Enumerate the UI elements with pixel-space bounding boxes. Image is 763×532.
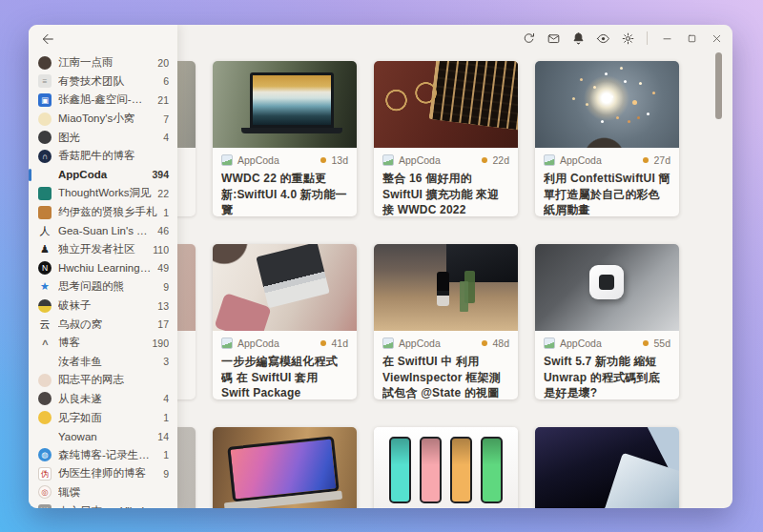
article-card[interactable]: AppCoda 22d 整合 16 個好用的 SwiftUI 擴充功能 來迎接 … [374, 61, 518, 216]
feed-label: Yaowan [58, 431, 152, 442]
view-button[interactable] [590, 27, 615, 50]
sidebar-item[interactable]: ThoughtWorks洞见 22 [29, 184, 177, 203]
article-info: AppCoda 13d WWDC 22 的重點更新:SwiftUI 4.0 新功… [213, 148, 357, 216]
article-source: AppCoda [237, 154, 279, 166]
sidebar-item[interactable]: 约伊兹的贤狼乡手札 1 [29, 203, 177, 222]
feed-label: 江南一点雨 [58, 55, 152, 70]
unread-count: 1 [163, 449, 169, 460]
unread-count: 21 [157, 94, 169, 106]
feed-label: 约伊兹的贤狼乡手札 [58, 205, 157, 219]
article-card[interactable] [535, 427, 679, 508]
feed-icon: ★ [38, 280, 52, 294]
article-thumbnail [535, 61, 679, 148]
unread-count: 7 [163, 113, 169, 125]
article-age: 48d [492, 338, 509, 349]
settings-button[interactable] [615, 27, 640, 50]
article-card[interactable]: AppCoda 41d 一步步編寫模組化程式碼 在 SwiftUI 套用 Swi… [213, 244, 357, 399]
article-card[interactable] [374, 427, 518, 508]
article-title: WWDC 22 的重點更新:SwiftUI 4.0 新功能一覽 [221, 171, 348, 216]
feed-icon [38, 56, 52, 70]
feed-label: 见字如面 [58, 411, 157, 425]
feed-icon: 人 [38, 224, 52, 237]
feed-favicon-icon [221, 154, 233, 166]
article-card[interactable]: AppCoda 27d 利用 ConfettiSwiftUI 簡單打造屬於自己的… [535, 61, 679, 216]
sidebar-item[interactable]: 谢 中文日志 on Yihui Xie | 谢益辉 [29, 501, 177, 508]
article-info: AppCoda 22d 整合 16 個好用的 SwiftUI 擴充功能 來迎接 … [374, 148, 518, 216]
article-meta: AppCoda 41d [221, 337, 348, 350]
close-button[interactable] [704, 27, 729, 50]
sidebar-item[interactable]: ♟ 独立开发者社区 110 [29, 240, 177, 259]
article-card[interactable]: AppCoda 55d Swift 5.7 新功能 縮短 Unwrap 的程式碼… [535, 244, 679, 399]
feed-icon [38, 355, 52, 368]
feed-icon [38, 392, 52, 405]
article-thumbnail [213, 244, 357, 331]
feed-label: 汝者非鱼 [58, 355, 157, 369]
sidebar-item[interactable]: ∩ 香菇肥牛的博客 [29, 147, 177, 166]
unread-count: 9 [163, 468, 169, 480]
sidebar-item[interactable]: ≡ 有赞技术团队 6 [29, 72, 177, 92]
sidebar-item[interactable]: N Hwchiu Learning Note 49 [29, 259, 177, 278]
article-source: AppCoda [560, 154, 602, 166]
article-age: 13d [331, 154, 348, 166]
mark-all-read-button[interactable] [541, 27, 566, 50]
sidebar-item[interactable]: 江南一点雨 20 [29, 53, 177, 72]
feed-label: 阳志平的网志 [58, 373, 163, 387]
feed-label: 图光 [58, 131, 157, 145]
feed-favicon-icon [221, 338, 233, 349]
maximize-button[interactable] [679, 27, 704, 50]
sidebar-item[interactable]: 破袜子 13 [29, 297, 177, 316]
minimize-button[interactable] [654, 27, 679, 50]
feed-icon [38, 131, 52, 144]
toolbar-separator [647, 31, 648, 45]
feed-icon: 伪 [38, 467, 52, 481]
sidebar-item[interactable]: ▣ 张鑫旭-鑫空间-鑫生活 21 [29, 91, 177, 110]
settings-icon [621, 31, 635, 46]
feed-icon: ∩ [38, 150, 52, 163]
article-thumbnail [213, 61, 357, 148]
sidebar-item[interactable]: 图光 4 [29, 128, 177, 147]
sidebar-item[interactable]: 阳志平的网志 [29, 371, 177, 390]
feed-icon [38, 374, 52, 387]
feed-icon [38, 187, 52, 200]
notifications-icon [571, 31, 586, 46]
feed-label: 张鑫旭-鑫空间-鑫生活 [58, 92, 152, 107]
sidebar-item[interactable]: ◍ 森纯博客-记录生活和分享知识的... 1 [29, 445, 177, 464]
article-meta: AppCoda 55d [544, 337, 670, 350]
feed-favicon-icon [544, 154, 555, 166]
sidebar-item[interactable]: Yaowan 14 [29, 427, 177, 446]
back-arrow-icon [40, 31, 55, 47]
feed-icon: N [38, 261, 52, 275]
sidebar-item[interactable]: 人 Gea-Suan Lin's BLOG 46 [29, 221, 177, 240]
feed-label: Gea-Suan Lin's BLOG [58, 225, 152, 236]
article-card[interactable]: AppCoda 13d WWDC 22 的重點更新:SwiftUI 4.0 新功… [213, 61, 357, 216]
sidebar-item[interactable]: 汝者非鱼 3 [29, 353, 177, 372]
unread-count: 13 [157, 300, 169, 312]
article-age: 41d [331, 338, 348, 349]
back-button[interactable] [36, 28, 59, 51]
sidebar-item[interactable]: 伪 伪医生律师的博客 9 [29, 464, 177, 483]
sidebar-item[interactable]: 从良未遂 4 [29, 390, 177, 409]
close-icon [711, 32, 723, 45]
feed-icon: ◍ [38, 448, 52, 461]
sidebar-item[interactable]: MiaoTony's小窝 7 [29, 110, 177, 129]
notifications-button[interactable] [566, 27, 590, 50]
sidebar-item[interactable]: 云 乌叔の窝 17 [29, 315, 177, 334]
sidebar-item[interactable]: ◎ 辄馔 [29, 483, 177, 502]
article-title: 在 SwiftUI 中 利用 ViewInspector 框架測試包含 @Sta… [382, 354, 509, 399]
sidebar-item[interactable]: ∧ 博客 190 [29, 334, 177, 353]
sidebar-item[interactable]: ★ 思考问题的熊 9 [29, 277, 177, 297]
feed-label: ThoughtWorks洞见 [58, 186, 152, 200]
article-title: 整合 16 個好用的 SwiftUI 擴充功能 來迎接 WWDC 2022 [382, 171, 509, 216]
feed-label: 中文日志 on Yihui Xie | 谢益辉 [58, 504, 163, 508]
article-card[interactable] [213, 427, 357, 508]
feed-label: 伪医生律师的博客 [58, 466, 157, 481]
article-card[interactable]: AppCoda 48d 在 SwiftUI 中 利用 ViewInspector… [374, 244, 518, 399]
feed-icon: ▣ [38, 93, 52, 107]
article-source: AppCoda [237, 338, 279, 349]
sync-button[interactable] [516, 27, 541, 50]
sidebar-item[interactable]: AppCoda 394 [29, 166, 177, 185]
scrollbar-thumb[interactable] [715, 52, 722, 119]
feed-icon: ∧ [38, 337, 52, 350]
sidebar-item[interactable]: 见字如面 1 [29, 408, 177, 427]
feed-list: 江南一点雨 20 ≡ 有赞技术团队 6 ▣ 张鑫旭-鑫空间-鑫生活 21 Mia… [29, 53, 177, 508]
